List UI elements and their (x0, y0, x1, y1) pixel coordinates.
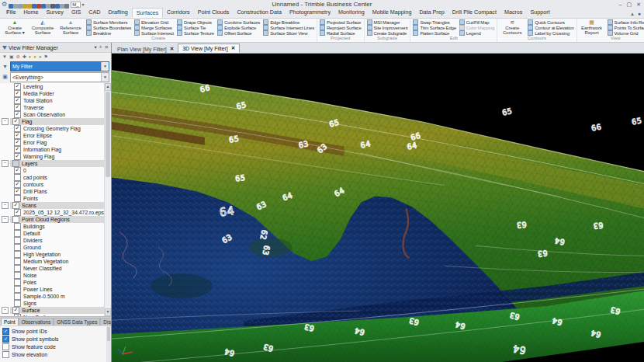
scope-select[interactable]: <Everything> ▼ (10, 72, 109, 82)
account-icon[interactable]: ● (638, 11, 641, 17)
tree-item-2025-05-12-12-32-34-472-ro-epsg282[interactable]: ✓2025_05_12 12_32_34.472.ro.epsg282 (0, 209, 111, 216)
checkbox[interactable]: ✓ (14, 188, 21, 195)
panel-toolbar-icon-8[interactable]: ⚑ (44, 54, 48, 60)
tree-item-ground[interactable]: Ground (0, 244, 111, 251)
explode-surface-button[interactable]: Explode Surface (217, 25, 260, 30)
collapse-icon[interactable]: − (2, 160, 9, 167)
tree-item-signs[interactable]: Signs (0, 300, 111, 307)
tree-item-contours[interactable]: ✓contours (0, 181, 111, 188)
close-tab-icon[interactable]: ✕ (231, 45, 235, 51)
site-improvement-button[interactable]: Site Improvement (367, 25, 408, 30)
tree-group-layers[interactable]: −Layers (0, 160, 111, 167)
panel-toolbar-icon-6[interactable]: ● (33, 54, 36, 60)
checkbox[interactable] (14, 265, 21, 272)
panel-tab-display[interactable]: Display (100, 318, 112, 325)
app-icon[interactable]: ⚙ (2, 1, 7, 8)
tree-item-high-vegetation[interactable]: High Vegetation (0, 251, 111, 258)
legend-button[interactable]: Legend (459, 30, 494, 36)
view-tab-plan-view-my-filter[interactable]: Plan View [My Filter]✕ (113, 45, 178, 53)
chevron-down-icon[interactable]: ▼ (101, 73, 109, 82)
create-subgrade-button[interactable]: Create Subgrade (367, 30, 408, 36)
option-show-point-symbols[interactable]: ✓Show point symbols (2, 336, 109, 342)
ribbon-tab-construction-data[interactable]: Construction Data (233, 8, 286, 18)
checkbox[interactable]: ✓ (14, 181, 21, 188)
macro-toolbar-icon[interactable]: M_ (71, 2, 80, 8)
flatten-surface-button[interactable]: Flatten Surface (413, 30, 455, 36)
tree-item-sample-0-5000-m[interactable]: Sample-0.5000 m (0, 293, 111, 300)
collapse-ribbon-icon[interactable]: ▴ (631, 11, 634, 17)
3d-viewport[interactable]: 6665656665666565636364646564646463636263… (112, 54, 644, 362)
chevron-down-icon[interactable]: ▼ (101, 62, 109, 71)
tree-item-new-surface[interactable]: ✓New Surface (0, 314, 111, 316)
checkbox[interactable] (14, 279, 21, 286)
drape-objects-button[interactable]: Drape Objects (177, 19, 214, 25)
volume-grid-button[interactable]: Volume Grid (608, 30, 644, 36)
option-show-elevation[interactable]: Show elevation (2, 351, 109, 357)
tree-item-total-station[interactable]: ✓Total Station (0, 97, 111, 104)
create-contours-button[interactable]: ≋Create Contours (498, 19, 526, 36)
panel-tab-gnss-data-types[interactable]: GNSS Data Types (54, 318, 100, 325)
tree-item-dividers[interactable]: Dividers (0, 237, 111, 244)
panel-toolbar-icon-2[interactable]: ▣ (9, 54, 14, 60)
checkbox[interactable]: ✓ (14, 132, 21, 139)
panel-menu-icon[interactable]: ▾ (94, 44, 96, 51)
close-button[interactable]: ✕ (636, 1, 641, 8)
tree-item-never-classified[interactable]: Never Classified (0, 265, 111, 272)
checkbox[interactable] (14, 293, 21, 300)
ribbon-tab-drill-pile-compact[interactable]: Drill Pile Compact (448, 8, 500, 18)
tree-item-0[interactable]: ✓0 (0, 167, 111, 174)
surface-texture-button[interactable]: Surface Texture (177, 30, 214, 36)
close-tab-icon[interactable]: ✕ (170, 46, 174, 52)
checkbox[interactable]: ✓ (2, 328, 9, 335)
checkbox[interactable] (14, 237, 21, 244)
contour-at-elevation-button[interactable]: Contour at Elevation (528, 25, 573, 30)
points-to-surface-button[interactable]: Points To Surface (608, 25, 644, 30)
checkbox[interactable]: ✓ (14, 314, 21, 316)
tree-group-scans[interactable]: −✓Scans (0, 202, 111, 209)
checkbox[interactable] (12, 216, 19, 223)
ribbon-tab-point-clouds[interactable]: Point Clouds (194, 8, 234, 18)
checkbox[interactable]: ✓ (12, 202, 19, 209)
tree-item-power-lines[interactable]: Power Lines (0, 286, 111, 293)
tree-item-information-flag[interactable]: ✓Information Flag (0, 146, 111, 153)
checkbox[interactable] (14, 244, 21, 251)
checkbox[interactable] (2, 343, 9, 350)
ribbon-tab-data-prep[interactable]: Data Prep (415, 8, 448, 18)
tree-item-noise[interactable]: Noise (0, 272, 111, 279)
tree-scrollbar[interactable]: ▲ ▼ (104, 83, 111, 316)
checkbox[interactable]: ✓ (12, 118, 19, 125)
checkbox[interactable]: ✓ (14, 209, 21, 216)
checkbox[interactable] (14, 174, 21, 181)
checkbox[interactable]: ✓ (12, 307, 19, 314)
view-tab-3d-view-my-filter[interactable]: 3D View [My Filter]✕ (178, 44, 240, 53)
combine-surfaces-button[interactable]: Combine Surfaces (217, 19, 260, 25)
surface-slicer-view-button[interactable]: Surface Slicer View (263, 30, 314, 36)
checkbox[interactable]: ✓ (2, 336, 9, 343)
checkbox[interactable]: ✓ (14, 104, 21, 111)
surface-members-button[interactable]: Surface Members (86, 19, 131, 25)
tree-item-drill-plans[interactable]: ✓Drill Plans (0, 188, 111, 195)
scroll-down-icon[interactable]: ▼ (105, 308, 111, 316)
offset-surface-button[interactable]: Offset Surface (217, 30, 260, 36)
tree-item-medium-vegetation[interactable]: Medium Vegetation (0, 258, 111, 265)
panel-toolbar-icon-3[interactable]: ⊘ (16, 54, 20, 60)
scrollbar-thumb[interactable] (106, 92, 110, 177)
ribbon-tab-macros[interactable]: Macros (500, 8, 527, 18)
scroll-up-icon[interactable]: ▲ (105, 83, 111, 91)
panel-tab-point[interactable]: Point (1, 318, 19, 325)
tree-item-warning-flag[interactable]: ✓Warning Flag (0, 153, 111, 160)
tree-item-traverse[interactable]: ✓Traverse (0, 104, 111, 111)
tree-group-point-cloud-regions[interactable]: −Point Cloud Regions (0, 216, 111, 223)
panel-tab-observations[interactable]: Observations (19, 318, 54, 325)
ribbon-tab-monitoring[interactable]: Monitoring (334, 8, 369, 18)
surface-intersect-button[interactable]: Surface Intersect (134, 30, 174, 36)
collapse-icon[interactable]: − (2, 216, 9, 223)
cut-fill-map-button[interactable]: Cut/Fill Map (459, 19, 494, 25)
checkbox[interactable]: ✓ (14, 111, 21, 118)
checkbox[interactable]: ✓ (14, 90, 21, 97)
composite-surface-button[interactable]: ◭Composite Surface (29, 19, 57, 36)
checkbox[interactable] (2, 351, 9, 358)
tree-item-leveling[interactable]: ✓Leveling (0, 83, 111, 90)
tree-item-scan-observation[interactable]: ✓Scan Observation (0, 111, 111, 118)
checkbox[interactable] (14, 286, 21, 293)
